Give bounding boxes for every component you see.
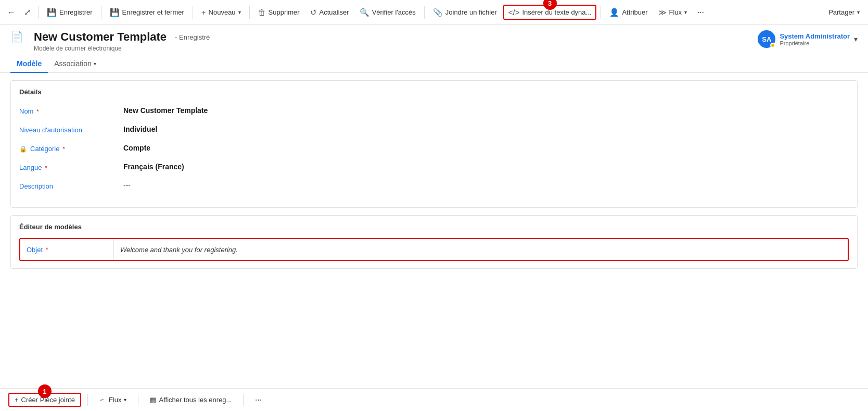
flow-button[interactable]: ≫ Flux ▾: [654, 6, 692, 19]
user-avatar: SA: [758, 30, 775, 48]
popout-button[interactable]: ⤢: [21, 5, 34, 19]
field-nom: Nom * New Customer Template: [19, 103, 849, 122]
field-categorie-value: Compte: [123, 144, 150, 152]
save-close-icon: 💾: [110, 8, 120, 17]
attach-icon: 📎: [433, 8, 443, 17]
record-icon: 📄: [10, 30, 23, 43]
toolbar: ← ⤢ 💾 Enregistrer 💾 Enregistrer et ferme…: [0, 0, 868, 25]
tab-association[interactable]: Association ▾: [48, 55, 103, 73]
delete-icon: 🗑: [258, 8, 266, 17]
divider-3: [193, 6, 193, 19]
user-role: Propriétaire: [780, 40, 850, 46]
lock-icon: 🔒: [19, 145, 27, 153]
record-subtitle: Modèle de courrier électronique: [34, 45, 210, 52]
editor-section: Éditeur de modèles Objet * Welcome and t…: [10, 215, 858, 269]
object-field-row: Objet * Welcome and thank you for regist…: [19, 238, 849, 261]
tabs: Modèle Association ▾: [0, 55, 868, 73]
field-langue-value: Français (France): [123, 163, 184, 171]
field-nom-value: New Customer Template: [123, 106, 208, 115]
divider-5: [424, 6, 425, 19]
assign-button[interactable]: 👤 Attribuer: [605, 6, 652, 19]
back-button[interactable]: ←: [4, 6, 19, 19]
save-close-button[interactable]: 💾 Enregistrer et fermer: [106, 6, 188, 19]
field-langue-label: Langue *: [19, 163, 123, 171]
flow-icon: ≫: [658, 8, 667, 17]
field-categorie: 🔒 Catégorie * Compte: [19, 141, 849, 159]
user-status-dot: [770, 43, 775, 48]
details-section-title: Détails: [19, 88, 849, 96]
record-status: - Enregistré: [175, 33, 210, 41]
attach-button[interactable]: 📎 Joindre un fichier: [429, 6, 501, 19]
insert-dynamic-button[interactable]: </> Insérer du texte dyna... 3: [503, 5, 597, 20]
details-section: Détails Nom * New Customer Template Nive…: [10, 80, 858, 208]
divider-6: [601, 6, 601, 19]
tab-modele[interactable]: Modèle: [10, 55, 48, 73]
field-description-label: Description: [19, 181, 123, 190]
field-nom-label: Nom *: [19, 106, 123, 115]
verify-icon: 🔍: [360, 8, 369, 17]
more-icon: ⋯: [697, 8, 704, 16]
field-categorie-label: 🔒 Catégorie *: [19, 144, 123, 153]
insert-icon: </>: [508, 8, 520, 17]
categorie-required: *: [62, 146, 65, 152]
new-button[interactable]: + Nouveau ▾: [197, 6, 245, 19]
user-name: System Administrator: [780, 32, 850, 40]
refresh-icon: ↺: [310, 8, 317, 17]
field-description-value: ---: [123, 181, 131, 190]
user-info: SA System Administrator Propriétaire ▾: [758, 30, 858, 48]
langue-required: *: [45, 165, 47, 171]
verify-button[interactable]: 🔍 Vérifier l'accès: [355, 6, 420, 19]
field-niveau-label: Niveau d'autorisation: [19, 125, 123, 134]
share-button[interactable]: Partager ▾: [824, 6, 864, 18]
delete-button[interactable]: 🗑 Supprimer: [254, 6, 304, 19]
editor-section-title: Éditeur de modèles: [19, 223, 849, 231]
divider-1: [38, 6, 39, 19]
object-required: *: [46, 246, 48, 253]
object-value-cell[interactable]: Welcome and thank you for registering.: [114, 239, 848, 260]
content-area: 2 Détails Nom * New Customer Template Ni…: [0, 73, 868, 381]
flow-chevron-icon: ▾: [684, 9, 687, 15]
record-title: New Customer Template: [34, 30, 167, 44]
refresh-button[interactable]: ↺ Actualiser: [306, 6, 353, 19]
field-description: Description ---: [19, 178, 849, 197]
field-langue: Langue * Français (France): [19, 159, 849, 178]
divider-2: [101, 6, 101, 19]
record-header: 📄 New Customer Template - Enregistré Mod…: [0, 25, 868, 52]
save-button[interactable]: 💾 Enregistrer: [43, 6, 97, 19]
association-chevron-icon: ▾: [94, 61, 96, 67]
share-chevron-icon: ▾: [857, 9, 860, 15]
new-icon: +: [201, 8, 206, 17]
object-label-cell: Objet *: [20, 239, 114, 260]
assign-icon: 👤: [609, 8, 619, 17]
user-chevron-icon[interactable]: ▾: [854, 35, 858, 43]
divider-4: [249, 6, 250, 19]
more-button[interactable]: ⋯: [693, 6, 708, 18]
new-chevron-icon: ▾: [238, 9, 241, 15]
nom-required: *: [36, 108, 39, 115]
save-icon: 💾: [47, 8, 57, 17]
field-niveau: Niveau d'autorisation Individuel: [19, 122, 849, 141]
field-niveau-value: Individuel: [123, 125, 157, 133]
